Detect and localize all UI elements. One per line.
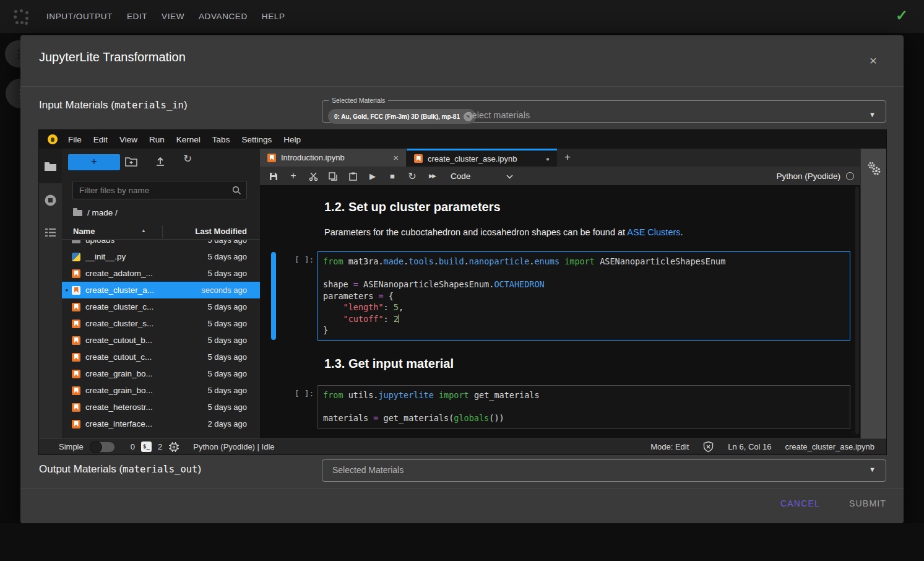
output-materials-select[interactable]: Selected Materials ▼ [322, 459, 886, 482]
kernel-status-text[interactable]: Python (Pyodide) | Idle [193, 442, 274, 451]
column-name[interactable]: Name [73, 227, 95, 236]
file-row[interactable]: create_interface...2 days ago [62, 415, 260, 432]
jmenu-run[interactable]: Run [149, 135, 165, 144]
jupyter-statusbar: Simple 0 $_ 2 Python (Pyodide) | Idle Mo… [39, 438, 886, 454]
file-row[interactable]: create_cluster_s...5 days ago [62, 315, 260, 332]
file-row[interactable]: create_cutout_b...5 days ago [62, 332, 260, 349]
add-cell-icon[interactable]: + [283, 170, 303, 181]
jmenu-help[interactable]: Help [283, 135, 301, 144]
sort-asc-icon: ▲ [141, 228, 146, 233]
notebook-icon [72, 269, 80, 278]
open-dot-icon: ● [62, 287, 72, 293]
cell-type-select[interactable]: Code [451, 172, 470, 181]
jmenu-kernel[interactable]: Kernel [176, 135, 201, 144]
menu-edit[interactable]: EDIT [127, 12, 147, 21]
confirm-check-icon[interactable]: ✓ [896, 7, 908, 24]
stop-icon[interactable]: ■ [382, 172, 402, 181]
screen: INPUT/OUTPUT EDIT VIEW ADVANCED HELP ✓ ⋮… [0, 0, 924, 561]
material-chip[interactable]: 0: Au, Gold, FCC (Fm-3m) 3D (Bulk), mp-8… [328, 109, 476, 124]
breadcrumb[interactable]: / made / [73, 208, 118, 217]
file-row[interactable]: create_cluster_c...5 days ago [62, 298, 260, 315]
jmenu-edit[interactable]: Edit [93, 135, 108, 144]
file-browser: + ↻ / made / Name ▲ Last Modified [62, 149, 260, 438]
menu-advanced[interactable]: ADVANCED [199, 12, 248, 21]
file-row-selected[interactable]: ●create_cluster_a...seconds ago [62, 282, 260, 298]
copy-icon[interactable] [323, 171, 343, 181]
tab-close-icon[interactable]: × [393, 152, 399, 163]
jmenu-settings[interactable]: Settings [241, 135, 272, 144]
menu-input-output[interactable]: INPUT/OUTPUT [46, 12, 113, 21]
paste-icon[interactable] [343, 171, 363, 181]
menu-help[interactable]: HELP [262, 12, 285, 21]
active-cell-collapse-bar[interactable] [271, 252, 276, 340]
app-menu: INPUT/OUTPUT EDIT VIEW ADVANCED HELP [46, 12, 285, 21]
restart-kernel-icon[interactable]: ↻ [402, 170, 422, 182]
selected-materials-legend: Selected Materials [329, 97, 388, 104]
chevron-down-icon[interactable]: ▼ [869, 111, 876, 118]
search-icon [232, 186, 241, 195]
file-list-header: Name ▲ Last Modified [62, 224, 260, 240]
simple-mode-label: Simple [59, 442, 84, 451]
file-filter [72, 181, 247, 199]
notebook-scrollbar[interactable] [855, 186, 859, 434]
run-icon[interactable]: ▶ [363, 172, 382, 181]
submit-button[interactable]: SUBMIT [849, 498, 886, 508]
tab-introduction[interactable]: Introduction.ipynb × [260, 149, 407, 167]
output-placeholder: Selected Materials [332, 465, 404, 475]
file-row[interactable]: create_heterostr...5 days ago [62, 399, 260, 415]
folder-icon [72, 240, 80, 243]
notebook-panel: Introduction.ipynb × create_cluster_ase.… [260, 149, 860, 438]
restart-run-all-icon[interactable]: ▶▶ [422, 173, 442, 179]
cursor-position[interactable]: Ln 6, Col 16 [728, 442, 771, 451]
notebook-icon [414, 154, 423, 163]
table-of-contents-tab-icon[interactable] [44, 226, 57, 239]
file-row[interactable]: create_grain_bo...5 days ago [62, 382, 260, 399]
notebook-toolbar: + ▶ ■ ↻ ▶▶ Code Python (Pyodide) [260, 167, 860, 185]
notebook-icon [72, 336, 80, 345]
section-heading-1-2: 1.2. Set up cluster parameters [324, 200, 501, 214]
input-materials-select[interactable]: Selected Materials 0: Au, Gold, FCC (Fm-… [322, 97, 886, 123]
filebrowser-tab-icon[interactable] [44, 160, 57, 173]
cell-prompt: [ ]: [295, 389, 314, 398]
file-row[interactable]: __init__.py5 days ago [62, 248, 260, 265]
code-cell-get-materials[interactable]: from utils.jupyterlite import get_materi… [317, 385, 850, 428]
tab-create-cluster-ase[interactable]: create_cluster_ase.ipynb ● [407, 149, 557, 167]
column-last-modified[interactable]: Last Modified [195, 227, 247, 236]
cancel-button[interactable]: CANCEL [780, 498, 820, 508]
new-launcher-button[interactable]: + [68, 154, 120, 170]
kernel-count: 2 [158, 442, 162, 451]
jmenu-tabs[interactable]: Tabs [212, 135, 230, 144]
select-materials-placeholder: Select materials [466, 110, 530, 120]
code-cell-parameters[interactable]: from mat3ra.made.tools.build.nanoparticl… [317, 251, 850, 341]
file-list: uploads5 days ago __init__.py5 days ago … [62, 240, 260, 438]
save-icon[interactable] [264, 171, 283, 181]
app-grid-icon[interactable] [14, 9, 28, 24]
file-row[interactable]: create_adatom_...5 days ago [62, 265, 260, 282]
simple-mode-toggle[interactable] [91, 442, 114, 452]
notebook-icon [72, 386, 80, 395]
kernel-indicator[interactable]: Python (Pyodide) [776, 172, 854, 181]
file-row[interactable]: create_cutout_c...5 days ago [62, 349, 260, 365]
running-kernels-tab-icon[interactable] [44, 194, 57, 207]
upload-icon[interactable] [155, 155, 166, 167]
file-row[interactable]: uploads5 days ago [62, 240, 260, 248]
breadcrumb-path: / made / [87, 208, 118, 217]
accessibility-shield-icon[interactable] [702, 441, 714, 453]
page-background [0, 523, 924, 561]
ase-clusters-link[interactable]: ASE Clusters [627, 227, 680, 237]
section-heading-1-3: 1.3. Get input material [324, 357, 454, 371]
jupyter-side-tabstrip [39, 149, 62, 438]
jmenu-view[interactable]: View [119, 135, 137, 144]
new-tab-button[interactable]: + [557, 149, 578, 167]
file-row[interactable]: create_grain_bo...5 days ago [62, 365, 260, 382]
file-filter-input[interactable] [73, 181, 222, 199]
jmenu-file[interactable]: File [68, 135, 82, 144]
refresh-icon[interactable]: ↻ [183, 152, 192, 165]
close-icon[interactable]: × [866, 54, 881, 69]
new-folder-icon[interactable] [125, 155, 137, 167]
chevron-down-icon[interactable]: ▼ [869, 466, 876, 473]
cut-icon[interactable] [303, 171, 323, 181]
menu-view[interactable]: VIEW [162, 12, 184, 21]
settings-gears-icon[interactable] [866, 161, 883, 177]
chevron-down-icon[interactable] [506, 170, 513, 181]
